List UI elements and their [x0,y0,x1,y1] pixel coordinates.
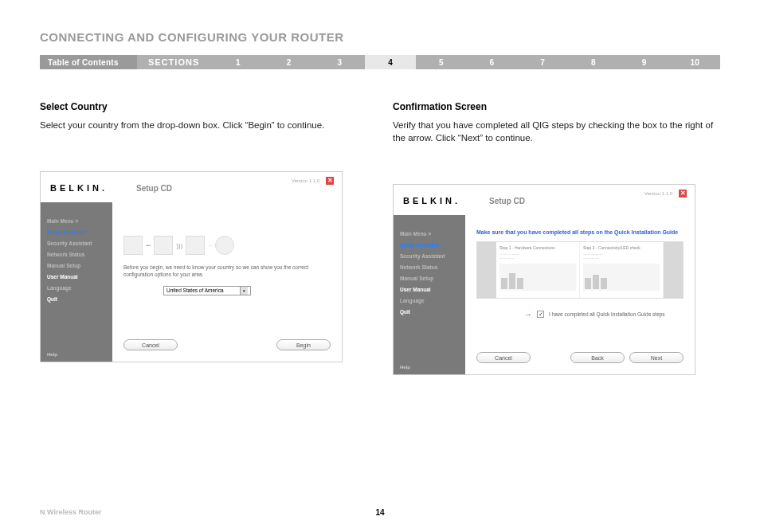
footer-product-name: N Wireless Router [40,508,101,516]
qig-graphic [499,264,576,291]
globe-icon [215,236,234,255]
confirmation-text: Verify that you have completed all QIG s… [393,119,720,144]
sidebar-item-setup-assistant[interactable]: Setup Assistant [47,229,106,235]
sidebar-help[interactable]: Help [47,352,106,357]
sidebar-item-manual-setup[interactable]: Manual Setup [400,276,459,281]
device-icon [186,236,205,255]
screenshot-main: Make sure that you have completed all st… [465,215,695,374]
dropdown-value: United States of America [166,288,224,293]
sidebar-item-security-assistant[interactable]: Security Assistant [47,241,106,246]
confirmation-screenshot: BELKIN Setup CD Version 1.1.0 ✕ Main Men… [393,184,695,375]
wifi-icon: ))) [176,242,182,249]
select-country-heading: Select Country [40,101,367,112]
qig-step2-title: Step 2 - Connectivity/LED check [583,245,660,250]
sidebar-item-user-manual[interactable]: User Manual [400,287,459,292]
back-button[interactable]: Back [570,352,625,363]
select-country-text: Select your country from the drop-down b… [40,119,367,131]
device-icon [154,236,173,255]
checkbox-label: I have completed all Quick Installation … [549,311,665,317]
sidebar-item-main-menu[interactable]: Main Menu > [400,231,459,237]
select-country-screenshot: BELKIN Setup CD Version 1.1.0 ✕ Main Men… [40,171,343,362]
nav-section-numbers: 1 2 3 4 5 6 7 8 9 10 [213,55,720,69]
belkin-logo: BELKIN [403,196,457,205]
sidebar-item-security-assistant[interactable]: Security Assistant [400,253,459,259]
chevron-down-icon: ▾ [240,287,248,295]
sidebar-item-user-manual[interactable]: User Manual [47,274,106,280]
nav-num-3[interactable]: 3 [314,58,365,67]
page-footer: N Wireless Router 14 [40,508,720,516]
sidebar-item-manual-setup[interactable]: Manual Setup [47,263,106,268]
screenshot-main: ••• ))) ··· Before you begin, we need to… [112,202,342,362]
nav-num-8[interactable]: 8 [568,58,619,67]
qig-step1-title: Step 1 - Hardware Connections [499,245,576,250]
qig-step-2: Step 2 - Connectivity/LED check — — — — … [580,242,664,298]
left-column: Select Country Select your country from … [40,101,367,375]
version-label: Version 1.1.0 [292,178,319,183]
arrow-dots-icon: ··· [208,243,212,248]
close-icon[interactable]: ✕ [326,177,334,185]
confirmation-heading: Confirmation Screen [393,101,720,112]
sidebar-item-language[interactable]: Language [400,298,459,303]
qig-side-panel [477,242,496,298]
sidebar-item-network-status[interactable]: Network Status [47,252,106,257]
qig-step-desc: — — — — —— — — — [499,252,576,260]
sidebar-item-quit[interactable]: Quit [47,296,106,302]
sidebar-help[interactable]: Help [400,365,459,370]
country-dropdown[interactable]: United States of America ▾ [163,286,251,295]
screenshot-sidebar: Main Menu > Setup Assistant Security Ass… [41,202,112,362]
qig-side-panel [664,242,683,298]
screenshot-sidebar: Main Menu > Setup Assistant Security Ass… [394,215,465,374]
arrow-right-icon: → [524,310,532,319]
next-button[interactable]: Next [629,352,684,363]
qig-panel: Step 1 - Hardware Connections — — — — ——… [476,241,684,299]
sidebar-item-quit[interactable]: Quit [400,309,459,315]
nav-num-7[interactable]: 7 [517,58,568,67]
cancel-button[interactable]: Cancel [476,352,531,363]
nav-sections-label: SECTIONS [137,55,213,69]
nav-num-4[interactable]: 4 [365,55,416,69]
right-column: Confirmation Screen Verify that you have… [393,101,720,375]
checkbox-row: → ✓ I have completed all Quick Installat… [524,310,684,319]
page-number: 14 [375,508,384,517]
nav-num-1[interactable]: 1 [213,58,264,67]
device-diagram: ••• ))) ··· [123,234,331,256]
nav-bar: Table of Contents SECTIONS 1 2 3 4 5 6 7… [40,55,720,69]
qig-graphic [583,264,660,291]
nav-toc[interactable]: Table of Contents [40,55,137,69]
version-label: Version 1.1.0 [644,191,672,196]
instruction-text: Before you begin, we need to know your c… [123,264,331,278]
qig-step-1: Step 1 - Hardware Connections — — — — ——… [496,242,580,298]
nav-num-5[interactable]: 5 [416,58,467,67]
qig-step-desc: — — — — —— — — — [583,252,660,260]
setup-cd-title: Setup CD [489,197,525,205]
nav-num-10[interactable]: 10 [669,58,720,67]
setup-cd-title: Setup CD [136,184,172,193]
begin-button[interactable]: Begin [276,339,331,350]
sidebar-item-setup-assistant[interactable]: Setup Assistant [400,242,459,248]
qig-heading: Make sure that you have completed all st… [476,229,684,235]
qig-checkbox[interactable]: ✓ [537,311,544,318]
close-icon[interactable]: ✕ [679,190,687,198]
page-title: CONNECTING AND CONFIGURING YOUR ROUTER [40,30,720,44]
sidebar-item-language[interactable]: Language [47,285,106,291]
nav-num-2[interactable]: 2 [264,58,315,67]
nav-num-9[interactable]: 9 [619,58,670,67]
cancel-button[interactable]: Cancel [123,339,178,350]
sidebar-item-network-status[interactable]: Network Status [400,264,459,270]
device-icon [123,236,143,255]
nav-num-6[interactable]: 6 [467,58,518,67]
sidebar-item-main-menu[interactable]: Main Menu > [47,218,106,224]
arrow-dots-icon: ••• [146,243,151,248]
belkin-logo: BELKIN [50,183,104,193]
